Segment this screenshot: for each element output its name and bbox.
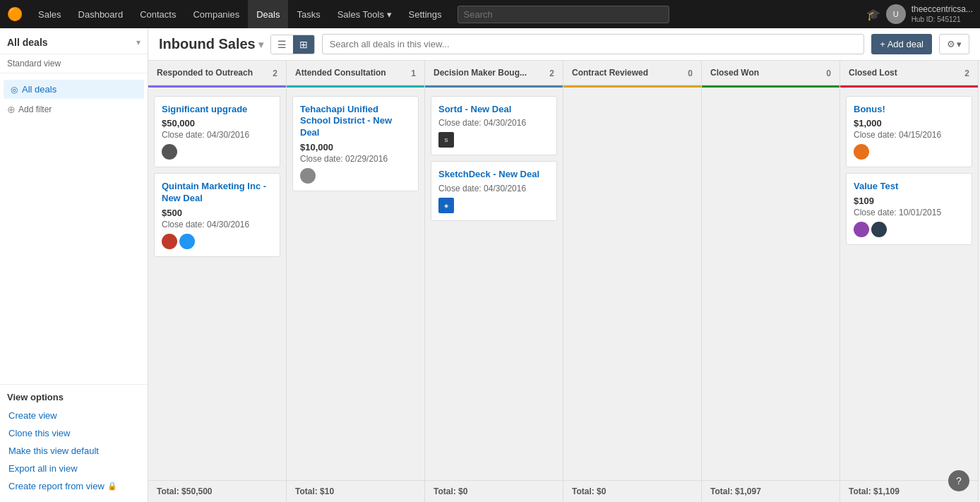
hub-id: Hub ID: 545121 (912, 15, 973, 24)
nav-sales-tools[interactable]: Sales Tools ▾ (329, 0, 400, 28)
column-count-attended: 1 (411, 68, 416, 78)
deal-avatar: S (438, 132, 454, 148)
add-filter-button[interactable]: ⊕ Add filter (0, 100, 148, 119)
deal-card[interactable]: Value Test$109Close date: 10/01/2015 (846, 173, 972, 245)
nav-settings[interactable]: Settings (400, 0, 450, 28)
deal-card[interactable]: Bonus!$1,000Close date: 04/15/2016 (846, 96, 972, 168)
column-settings-button[interactable]: ⚙ ▾ (939, 34, 969, 54)
column-footer-decision: Total: $0 (425, 480, 563, 502)
column-count-decision: 2 (549, 68, 554, 78)
deal-avatar (300, 168, 316, 184)
column-title-attended: Attended Consultation (295, 68, 386, 79)
sidebar-header: All deals ▾ (0, 28, 148, 54)
deal-card[interactable]: Significant upgrade$50,000Close date: 04… (154, 96, 280, 168)
nav-tasks[interactable]: Tasks (288, 0, 328, 28)
deal-avatar (179, 234, 195, 249)
view-toggle: ☰ ⊞ (270, 35, 315, 54)
nav-sales[interactable]: Sales (30, 0, 70, 28)
kanban-column-responded: Responded to Outreach2Significant upgrad… (148, 61, 287, 502)
kanban-board: Responded to Outreach2Significant upgrad… (148, 61, 980, 502)
column-body-decision: Sortd - New DealClose date: 04/30/2016SS… (425, 90, 563, 480)
column-body-attended: Tehachapi Unified School District - New … (287, 90, 424, 480)
column-divider-won (702, 85, 839, 88)
column-count-contract: 0 (688, 68, 693, 78)
sidebar-title: All deals (7, 37, 48, 48)
column-body-contract (563, 90, 701, 480)
sidebar-items: ◎ All deals ⊕ Add filter (0, 73, 148, 384)
deal-name: Significant upgrade (162, 104, 273, 116)
column-title-won: Closed Won (710, 68, 759, 79)
deals-title: Inbound Sales ▾ (159, 36, 263, 52)
plus-icon: ⊕ (7, 104, 16, 115)
nav-right-section: 🎓 U theeccentricsa... Hub ID: 545121 (866, 4, 973, 25)
deal-amount: $1,000 (854, 118, 964, 129)
nav-contacts[interactable]: Contacts (131, 0, 184, 28)
deal-name: Tehachapi Unified School District - New … (300, 104, 411, 140)
deal-name: Value Test (854, 181, 964, 193)
deal-name: Bonus! (854, 104, 964, 116)
deal-name: Quintain Marketing Inc - New Deal (162, 181, 273, 205)
deal-close-date: Close date: 04/30/2016 (438, 118, 549, 128)
list-view-button[interactable]: ☰ (271, 35, 293, 54)
deal-card[interactable]: Quintain Marketing Inc - New Deal$500Clo… (154, 173, 280, 257)
avatar[interactable]: U (886, 4, 906, 24)
column-footer-attended: Total: $10 (287, 480, 424, 502)
deal-avatars (854, 222, 964, 237)
title-chevron-icon[interactable]: ▾ (258, 39, 263, 50)
notification-icon[interactable]: 🎓 (866, 8, 880, 21)
sidebar-footer: View options Create view Clone this view… (0, 384, 148, 502)
create-view-option[interactable]: Create view (7, 407, 141, 424)
nav-deals[interactable]: Deals (248, 0, 288, 28)
deal-card[interactable]: Sortd - New DealClose date: 04/30/2016S (431, 96, 557, 156)
deal-avatar (162, 144, 177, 160)
deal-amount: $500 (162, 208, 273, 218)
make-default-option[interactable]: Make this view default (7, 442, 141, 460)
column-title-lost: Closed Lost (849, 68, 897, 79)
deals-header: Inbound Sales ▾ ☰ ⊞ + Add deal ⚙ ▾ (148, 28, 980, 61)
deal-avatars: S (438, 132, 549, 148)
gear-icon: ⚙ (947, 39, 955, 49)
deal-avatar (162, 234, 177, 249)
column-count-responded: 2 (273, 68, 277, 78)
help-button[interactable]: ? (948, 470, 969, 491)
column-footer-won: Total: $1,097 (702, 480, 839, 502)
view-options-title: View options (7, 392, 141, 402)
deal-card[interactable]: SketchDeck - New DealClose date: 04/30/2… (431, 161, 557, 221)
sidebar-dropdown-icon[interactable]: ▾ (136, 37, 141, 47)
column-header-attended: Attended Consultation1 (287, 61, 424, 85)
kanban-column-lost: Closed Lost2Bonus!$1,000Close date: 04/1… (840, 61, 979, 502)
deal-avatars (162, 234, 273, 249)
column-header-won: Closed Won0 (702, 61, 839, 85)
add-deal-label: + Add deal (880, 39, 924, 49)
deal-avatars (300, 168, 411, 184)
circle-icon: ◎ (11, 85, 18, 95)
account-name: theeccentricsa... (912, 4, 973, 16)
top-navigation: 🟠 Sales Dashboard Contacts Companies Dea… (0, 0, 980, 28)
column-title-decision: Decision Maker Boug... (434, 68, 527, 79)
add-filter-label: Add filter (18, 104, 52, 114)
deal-close-date: Close date: 10/01/2015 (854, 208, 964, 217)
lock-icon: 🔒 (107, 482, 117, 491)
nav-dashboard[interactable]: Dashboard (70, 0, 132, 28)
settings-chevron-icon: ▾ (957, 39, 962, 49)
column-header-decision: Decision Maker Boug...2 (425, 61, 563, 85)
board-view-button[interactable]: ⊞ (293, 35, 314, 54)
sidebar: All deals ▾ Standard view ◎ All deals ⊕ … (0, 28, 148, 502)
main-content: Inbound Sales ▾ ☰ ⊞ + Add deal ⚙ ▾ Respo… (148, 28, 980, 502)
deal-avatar (854, 222, 869, 237)
deal-close-date: Close date: 04/30/2016 (162, 220, 273, 229)
deals-search-input[interactable] (322, 34, 865, 54)
column-body-lost: Bonus!$1,000Close date: 04/15/2016Value … (840, 90, 978, 480)
nav-search-input[interactable] (458, 6, 669, 23)
deal-amount: $50,000 (162, 118, 273, 129)
column-divider-lost (840, 85, 978, 88)
create-report-option[interactable]: Create report from view 🔒 (7, 477, 141, 495)
export-all-option[interactable]: Export all in view (7, 460, 141, 477)
add-deal-button[interactable]: + Add deal (871, 34, 932, 54)
clone-view-option[interactable]: Clone this view (7, 424, 141, 442)
column-divider-decision (425, 85, 563, 88)
deal-close-date: Close date: 04/30/2016 (162, 130, 273, 140)
deal-card[interactable]: Tehachapi Unified School District - New … (292, 96, 419, 192)
nav-companies[interactable]: Companies (184, 0, 248, 28)
sidebar-item-all-deals[interactable]: ◎ All deals (4, 80, 144, 99)
